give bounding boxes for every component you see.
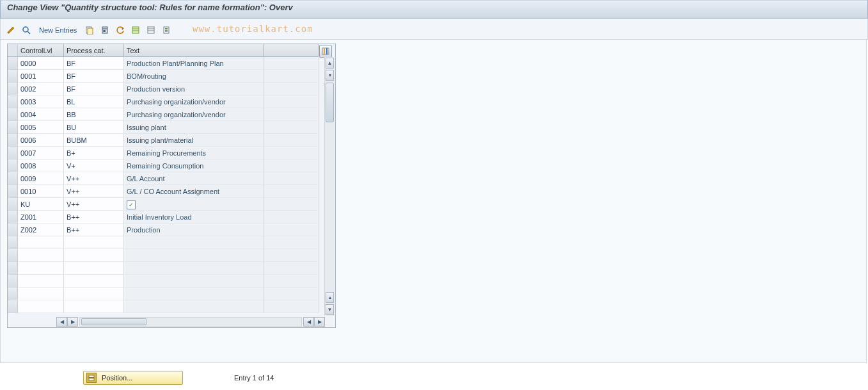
row-selector[interactable]	[8, 223, 18, 236]
cell-controllvl[interactable]: Z002	[18, 223, 64, 236]
row-selector[interactable]	[8, 236, 18, 249]
cell-process-cat[interactable]: BF	[64, 57, 124, 70]
scroll-right2-button[interactable]: ▶	[314, 317, 325, 327]
column-header-controllvl[interactable]: ControlLvl	[18, 44, 64, 57]
scroll-track[interactable]	[325, 81, 335, 291]
row-selector[interactable]	[8, 275, 18, 288]
cell-process-cat[interactable]: BF	[64, 70, 124, 83]
row-selector[interactable]	[8, 198, 18, 211]
cell-controllvl[interactable]: 0003	[18, 95, 64, 108]
table-settings-button[interactable]	[319, 45, 332, 58]
copy-as-button[interactable]	[83, 24, 96, 37]
cell-controllvl[interactable]	[18, 262, 64, 275]
cell-controllvl[interactable]	[18, 300, 64, 313]
cell-controllvl[interactable]: 0007	[18, 147, 64, 159]
scroll-left2-button[interactable]: ◀	[303, 317, 314, 327]
row-selector[interactable]	[8, 288, 18, 300]
row-selector[interactable]	[8, 134, 18, 147]
cell-text: Issuing plant	[124, 121, 264, 134]
cell-process-cat[interactable]: B++	[64, 223, 124, 236]
cell-process-cat[interactable]	[64, 249, 124, 262]
cell-controllvl[interactable]	[18, 288, 64, 300]
row-selector[interactable]	[8, 211, 18, 223]
cell-process-cat[interactable]: BF	[64, 83, 124, 95]
hscroll-thumb[interactable]	[81, 318, 146, 325]
row-selector[interactable]	[8, 57, 18, 70]
scroll-left-button[interactable]: ◀	[56, 317, 67, 327]
cell-controllvl[interactable]	[18, 236, 64, 249]
position-button[interactable]: Position...	[83, 371, 183, 385]
row-selector[interactable]	[8, 70, 18, 83]
cell-process-cat[interactable]	[64, 300, 124, 313]
cell-process-cat[interactable]	[64, 236, 124, 249]
row-selector[interactable]	[8, 108, 18, 121]
cell-text: Issuing plant/material	[124, 134, 264, 147]
cell-controllvl[interactable]: 0004	[18, 108, 64, 121]
cell-process-cat[interactable]: V++	[64, 198, 124, 211]
find-button[interactable]	[20, 24, 33, 37]
cell-process-cat[interactable]	[64, 262, 124, 275]
scroll-up-button[interactable]: ▲	[326, 58, 334, 69]
delete-button[interactable]	[99, 24, 111, 37]
cell-process-cat[interactable]: V++	[64, 185, 124, 198]
row-selector[interactable]	[8, 185, 18, 198]
cell-controllvl[interactable]: KU	[18, 198, 64, 211]
table-row: 0005BUIssuing plant	[8, 121, 335, 134]
deselect-all-button[interactable]	[145, 24, 157, 37]
select-all-corner[interactable]	[8, 44, 18, 57]
cell-text: Remaining Consumption	[124, 159, 264, 172]
cell-process-cat[interactable]: BL	[64, 95, 124, 108]
scroll-line-down-button[interactable]: ▴	[326, 292, 334, 303]
scroll-down-button[interactable]: ▼	[326, 304, 334, 315]
row-selector[interactable]	[8, 147, 18, 159]
row-selector[interactable]	[8, 249, 18, 262]
row-selector[interactable]	[8, 83, 18, 95]
scroll-line-up-button[interactable]: ▾	[326, 70, 334, 81]
checkbox-icon[interactable]: ✓	[127, 200, 136, 209]
row-selector[interactable]	[8, 95, 18, 108]
cell-controllvl[interactable]: 0009	[18, 172, 64, 185]
cell-controllvl[interactable]: 0008	[18, 159, 64, 172]
cell-padding	[264, 198, 319, 211]
row-selector[interactable]	[8, 159, 18, 172]
cell-process-cat[interactable]: BB	[64, 108, 124, 121]
svg-rect-20	[322, 48, 329, 54]
cell-process-cat[interactable]: B++	[64, 211, 124, 223]
scroll-thumb[interactable]	[326, 83, 334, 122]
column-header-text[interactable]: Text	[124, 44, 264, 57]
cell-controllvl[interactable]: 0001	[18, 70, 64, 83]
row-selector[interactable]	[8, 172, 18, 185]
row-selector[interactable]	[8, 300, 18, 313]
hscroll-track[interactable]	[79, 317, 302, 327]
row-selector[interactable]	[8, 262, 18, 275]
svg-rect-6	[103, 30, 104, 32]
toggle-display-change-button[interactable]	[4, 24, 17, 37]
cell-controllvl[interactable]: 0010	[18, 185, 64, 198]
undo-change-button[interactable]	[114, 24, 127, 37]
cell-controllvl[interactable]	[18, 249, 64, 262]
cell-controllvl[interactable]: 0006	[18, 134, 64, 147]
vertical-scrollbar[interactable]: ▲ ▾ ▴ ▼	[324, 57, 335, 316]
cell-controllvl[interactable]: Z001	[18, 211, 64, 223]
cell-process-cat[interactable]	[64, 275, 124, 288]
print-button[interactable]	[160, 24, 173, 37]
cell-controllvl[interactable]: 0005	[18, 121, 64, 134]
horizontal-scrollbar[interactable]: ◀ ▶ ◀ ▶	[18, 317, 325, 327]
column-header-process-cat[interactable]: Process cat.	[64, 44, 124, 57]
cell-process-cat[interactable]: V++	[64, 172, 124, 185]
cell-controllvl[interactable]: 0002	[18, 83, 64, 95]
row-selector[interactable]	[8, 121, 18, 134]
cell-process-cat[interactable]	[64, 288, 124, 300]
table-row	[8, 275, 335, 288]
cell-padding	[264, 121, 319, 134]
scroll-right-button[interactable]: ▶	[67, 317, 78, 327]
cell-controllvl[interactable]	[18, 275, 64, 288]
new-entries-button[interactable]: New Entries	[35, 26, 81, 34]
cell-process-cat[interactable]: BUBM	[64, 134, 124, 147]
cell-text: BOM/routing	[124, 70, 264, 83]
cell-process-cat[interactable]: V+	[64, 159, 124, 172]
cell-controllvl[interactable]: 0000	[18, 57, 64, 70]
cell-process-cat[interactable]: B+	[64, 147, 124, 159]
cell-process-cat[interactable]: BU	[64, 121, 124, 134]
select-all-button[interactable]	[129, 24, 142, 37]
